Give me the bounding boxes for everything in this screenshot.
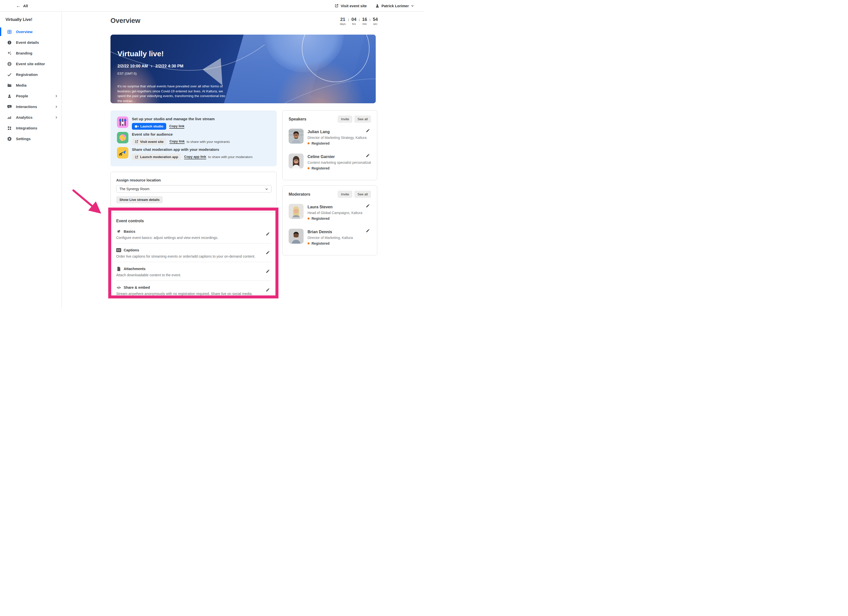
sliders-icon — [117, 116, 128, 128]
edit-basics-button[interactable] — [264, 230, 271, 237]
pin-icon — [116, 229, 121, 234]
sidebar-item-integrations[interactable]: Integrations — [0, 123, 61, 134]
event-control-share-embed: </> Share & embed Stream anywhere anonym… — [116, 281, 271, 299]
event-banner: Virtually live! 2/2/22 10:00 AM › 2/2/22… — [110, 34, 376, 103]
visit-event-site-link[interactable]: Visit event site — [335, 4, 367, 8]
quick-action-moderation: Share chat moderation app with your mode… — [117, 147, 270, 160]
info-icon — [7, 40, 12, 45]
pencil-icon — [366, 129, 370, 133]
sidebar-item-interactions[interactable]: Interactions — [0, 101, 61, 112]
sidebar-item-people[interactable]: People — [0, 91, 61, 101]
banner-title: Virtually live! — [117, 49, 229, 58]
sidebar-item-media[interactable]: Media — [0, 80, 61, 91]
send-arrow-icon — [117, 147, 128, 159]
visit-event-site-button[interactable]: Visit event site — [132, 138, 166, 145]
pencil-icon — [265, 232, 270, 236]
chevron-down-icon — [411, 4, 414, 7]
captions-icon: CC — [116, 248, 121, 252]
avatar — [289, 129, 304, 144]
external-link-icon — [135, 155, 138, 159]
status-badge: Registered — [308, 141, 371, 145]
document-icon — [116, 266, 121, 271]
bar-chart-icon — [7, 115, 12, 120]
visit-event-site-label: Visit event site — [341, 4, 367, 8]
sidebar-item-analytics[interactable]: Analytics — [0, 112, 61, 123]
registered-dot — [308, 142, 310, 144]
copy-studio-link[interactable]: Copy link — [169, 124, 184, 129]
edit-speaker-button[interactable] — [366, 154, 371, 159]
chevron-right-icon — [55, 105, 58, 108]
quick-action-studio: Set up your studio and manage the live s… — [117, 116, 270, 130]
edit-moderator-button[interactable] — [366, 204, 371, 209]
moderator-row-brian-dennis: Brian Dennis Director of Marketing, Kalt… — [289, 229, 371, 245]
sidebar-item-settings[interactable]: Settings — [0, 134, 61, 144]
banner-end-datetime: 2/2/22 4:30 PM — [155, 64, 183, 68]
chat-icon — [7, 104, 12, 109]
person-icon — [7, 94, 12, 99]
sparkles-icon — [7, 51, 12, 56]
registered-dot — [308, 218, 310, 220]
countdown-hrs: 04 — [351, 17, 356, 22]
launch-studio-button[interactable]: Launch studio — [132, 123, 166, 130]
code-icon: </> — [116, 285, 121, 290]
edit-moderator-button[interactable] — [366, 229, 371, 234]
launch-moderation-app-button[interactable]: Launch moderation app — [132, 154, 181, 160]
status-badge: Registered — [308, 241, 371, 245]
pencil-icon — [366, 204, 370, 208]
edit-share-embed-button[interactable] — [264, 286, 271, 294]
back-to-all-button[interactable]: ← All — [16, 3, 28, 8]
moderators-heading: Moderators — [289, 192, 338, 197]
assign-resource-heading: Assign resource location — [116, 178, 271, 182]
speakers-see-all-button[interactable]: See all — [354, 116, 371, 123]
chevron-right-icon — [55, 116, 58, 119]
avatar — [289, 154, 304, 169]
external-link-icon — [335, 4, 339, 8]
copy-event-site-link[interactable]: Copy link — [169, 140, 185, 144]
speakers-heading: Speakers — [289, 117, 338, 122]
folder-icon — [7, 83, 12, 88]
registered-dot — [308, 242, 310, 244]
event-countdown: 21days : 04hrs : 16min : 54sec — [340, 17, 377, 25]
moderators-invite-button[interactable]: Invite — [338, 191, 352, 198]
show-live-stream-details-button[interactable]: Show Live stream details — [116, 196, 163, 203]
user-menu[interactable]: Patrick Lorimer — [375, 4, 414, 8]
event-control-attachments: Attachments Attach downloadable content … — [116, 262, 271, 281]
speakers-invite-button[interactable]: Invite — [338, 116, 352, 123]
sidebar-item-registration[interactable]: Registration — [0, 69, 61, 80]
sidebar-item-branding[interactable]: Branding — [0, 48, 61, 58]
banner-start-datetime: 2/2/22 10:00 AM — [117, 64, 148, 68]
speakers-panel: Speakers Invite See all Julian Lang Dire… — [282, 110, 377, 180]
check-icon — [7, 72, 12, 77]
event-globe-icon — [117, 132, 128, 143]
gear-icon — [7, 137, 12, 141]
sidebar-item-event-details[interactable]: Event details — [0, 37, 61, 48]
grid-icon — [7, 30, 12, 34]
shapes-icon — [7, 126, 12, 131]
moderator-row-laura-steven: Laura Steven Head of Global Campaigns, K… — [289, 204, 371, 221]
user-name: Patrick Lorimer — [381, 4, 409, 8]
resource-location-select[interactable]: The Synergy Room — [116, 185, 271, 193]
edit-speaker-button[interactable] — [366, 129, 371, 134]
countdown-days: 21 — [340, 17, 345, 22]
event-controls-heading: Event controls — [116, 219, 271, 223]
sidebar-item-event-site-editor[interactable]: Event site editor — [0, 58, 61, 69]
moderators-panel: Moderators Invite See all Laura Steven H… — [282, 186, 377, 255]
avatar — [289, 204, 304, 219]
moderators-see-all-button[interactable]: See all — [354, 191, 371, 198]
back-arrow-icon: ← — [16, 3, 21, 8]
event-control-captions: CC Captions Order live captions for stre… — [116, 243, 271, 262]
edit-attachments-button[interactable] — [264, 268, 271, 275]
banner-date-arrow: › — [151, 64, 152, 69]
external-link-icon — [135, 140, 138, 143]
event-control-basics: Basics Configure event basics: adjust se… — [116, 225, 271, 243]
banner-description: It’s no surprise that virtual events hav… — [117, 84, 229, 103]
quick-actions-panel: Set up your studio and manage the live s… — [110, 110, 277, 166]
assign-resource-card: Assign resource location The Synergy Roo… — [110, 172, 277, 207]
back-label: All — [23, 4, 28, 8]
resource-location-value: The Synergy Room — [119, 187, 150, 191]
pencil-icon — [265, 251, 270, 255]
edit-captions-button[interactable] — [264, 249, 271, 256]
sidebar-item-overview[interactable]: Overview — [0, 27, 61, 37]
copy-app-link[interactable]: Copy app link — [184, 155, 206, 159]
speaker-row-celine-garnier: Celine Garnier Content marketing special… — [289, 154, 371, 170]
